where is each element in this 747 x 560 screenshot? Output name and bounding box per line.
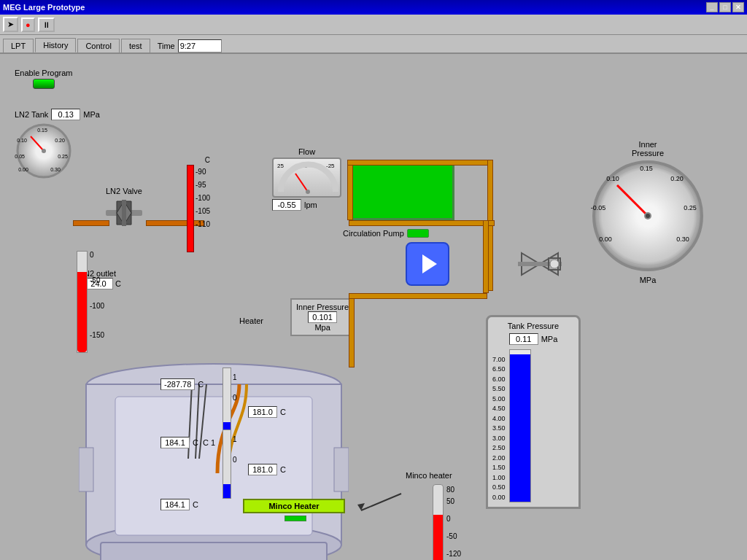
record-button[interactable]: ● (21, 18, 35, 32)
tank-pressure-value: 0.11 (509, 333, 538, 345)
svg-point-18 (306, 190, 310, 194)
ip-gauge-unit: MPa (589, 276, 706, 284)
minco-heater-led (285, 516, 306, 521)
enable-program-led[interactable] (33, 79, 55, 89)
tank-temp3-section: 184.1 C (160, 499, 198, 510)
pipe-h1 (73, 220, 109, 226)
svg-line-46 (361, 494, 401, 510)
svg-text:25: 25 (277, 163, 284, 169)
tank-temp1-section: -287.78 C (160, 378, 204, 390)
heater-label: Heater (239, 316, 263, 325)
minco-neg120: -120 (446, 548, 461, 560)
svg-text:-0.05: -0.05 (15, 154, 25, 159)
pipe-v-mid-left (349, 295, 355, 368)
enable-program-label: Enable Program (15, 69, 73, 77)
tank-temp2-set-section: 181.0 C (248, 464, 286, 475)
svg-rect-40 (101, 542, 327, 560)
flow-unit: lpm (304, 201, 317, 209)
minco-0: 0 (446, 513, 461, 525)
inner-pressure-value: 0.101 (308, 311, 337, 323)
valve-symbol-right (518, 242, 562, 287)
green-display (349, 162, 454, 220)
minco-therm-section: 80 50 0 -50 -120 18.77 (433, 484, 462, 560)
flow-gauge-svg: 25 0 -25 (274, 159, 343, 199)
tank-temp1-set-section: 181.0 C (248, 406, 286, 418)
svg-line-17 (295, 174, 308, 192)
tank-temp2-set-value: 181.0 (248, 464, 277, 475)
svg-text:0.00: 0.00 (599, 236, 612, 243)
svg-text:-0.05: -0.05 (591, 204, 606, 211)
inner-pressure-label: Inner Pressure (296, 303, 349, 311)
svg-text:0.30: 0.30 (676, 236, 689, 243)
n2-outlet-unit: C (115, 279, 121, 288)
svg-text:0.25: 0.25 (58, 154, 68, 159)
valve-svg (106, 200, 142, 229)
title-bar-buttons: _ □ ✕ (706, 2, 744, 12)
tank-temp2-c1: C 1 (203, 438, 215, 447)
play-icon (422, 254, 437, 273)
tank-temp2-unit: C (193, 438, 198, 447)
tank-temp2-value: 184.1 (160, 437, 190, 448)
tank-temp2-section: 184.1 C C 1 (160, 437, 215, 448)
play-button[interactable] (406, 242, 449, 286)
svg-text:0.25: 0.25 (684, 204, 697, 211)
time-input[interactable] (178, 39, 222, 52)
ln2-tank-gauge: 0.15 0.20 0.25 0.30 0.00 -0.05 0.10 (15, 122, 73, 180)
svg-rect-42 (334, 448, 349, 491)
svg-text:0.30: 0.30 (50, 167, 61, 172)
ip-gauge: 0.15 0.20 0.25 0.30 0.00 -0.05 0.10 (589, 158, 706, 274)
maximize-button[interactable]: □ (719, 2, 731, 12)
ip-gauge-label1: Inner (589, 140, 706, 149)
pause-button[interactable]: ⏸ (38, 18, 55, 32)
temp-bar1: 1 0 (222, 368, 237, 437)
minimize-button[interactable]: _ (706, 2, 718, 12)
tank-pressure-label: Tank Pressure (492, 322, 574, 330)
tank-temp2-set-unit: C (280, 465, 286, 474)
flow-label: Flow (272, 147, 341, 156)
minco-50: 50 (446, 496, 461, 508)
svg-text:0.15: 0.15 (640, 165, 653, 172)
flow-gauge-section: Flow 25 0 -25 -0.55 lpm (272, 147, 341, 211)
ln2-tank-value: 0.13 (51, 109, 80, 120)
ln2-valve-symbol (106, 200, 142, 230)
temp-neg50-label: -50 (90, 276, 100, 284)
tank-temp3-value: 184.1 (160, 499, 190, 510)
tank-pressure-unit: MPa (541, 335, 558, 343)
tab-bar: LPT History Control test Time (0, 35, 747, 54)
svg-text:0.15: 0.15 (37, 128, 47, 133)
gauge-svg: 0.15 0.20 0.25 0.30 0.00 -0.05 0.10 (15, 122, 73, 180)
ln2-tank-label: LN2 Tank (15, 110, 48, 119)
close-button[interactable]: ✕ (732, 2, 744, 12)
arrow-button[interactable]: ➤ (3, 17, 18, 32)
tab-control[interactable]: Control (77, 39, 119, 52)
minco-heater-bar-label: Minco Heater (268, 502, 319, 510)
flow-value: -0.55 (272, 199, 301, 211)
cryo-temp-column: C -90 -95 -100 -105 -110 (196, 156, 210, 231)
pipe-h-mid (349, 220, 495, 226)
tab-lpt[interactable]: LPT (3, 39, 34, 52)
main-canvas: Enable Program LN2 Tank 0.13 MPa 0.15 0. (0, 54, 747, 560)
tab-history[interactable]: History (35, 38, 76, 52)
svg-text:0.20: 0.20 (670, 175, 684, 182)
time-display: Time (158, 39, 222, 52)
svg-text:0.20: 0.20 (55, 138, 65, 143)
inner-pressure-gauge-section: Inner Pressure 0.15 0.20 0.25 0.30 0.0 (589, 140, 706, 284)
minco-arrow-svg (350, 490, 409, 516)
svg-text:0.10: 0.10 (606, 175, 619, 182)
circ-pump-led (407, 229, 429, 238)
ln2-tank-unit: MPa (83, 110, 100, 119)
title-bar: MEG Large Prototype _ □ ✕ (0, 0, 747, 15)
svg-point-9 (42, 149, 46, 153)
svg-text:-25: -25 (326, 163, 335, 169)
toolbar: ➤ ● ⏸ (0, 15, 747, 35)
minco-80: 80 (446, 484, 461, 496)
svg-text:0.00: 0.00 (18, 167, 28, 172)
circ-pump-label: Circulation Pump (343, 229, 404, 238)
tank-temp1-value: -287.78 (160, 378, 195, 390)
tab-test[interactable]: test (121, 39, 150, 52)
tank-temp1-unit: C (198, 380, 204, 389)
temp-0-label: 0 (90, 251, 94, 259)
circ-pump-section: Circulation Pump (343, 229, 429, 238)
svg-point-35 (550, 260, 559, 268)
svg-point-30 (646, 214, 650, 218)
